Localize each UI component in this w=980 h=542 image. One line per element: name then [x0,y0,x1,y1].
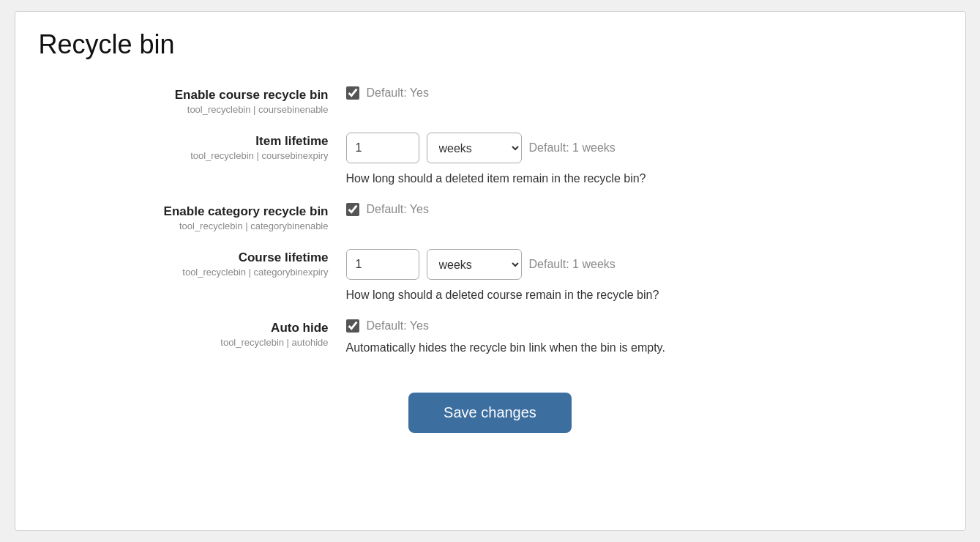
default-text-enable-course: Default: Yes [367,86,429,100]
checkbox-enable-category[interactable] [346,203,359,216]
checkbox-wrapper-enable-course [346,86,359,100]
description-item-lifetime: How long should a deleted item remain in… [346,172,942,185]
label-col-item-lifetime: Item lifetime tool_recyclebin | coursebi… [39,133,346,161]
control-col-item-lifetime: weeks days months Default: 1 weeks How l… [346,133,942,185]
settings-card: Recycle bin Enable course recycle bin to… [15,11,966,531]
control-col-course-lifetime: weeks days months Default: 1 weeks How l… [346,249,942,302]
label-enable-category: Enable category recycle bin [39,204,329,219]
settings-list: Enable course recycle bin tool_recyclebi… [39,78,942,363]
control-row-auto-hide: Default: Yes [346,319,942,333]
select-course-lifetime[interactable]: weeks days months [427,249,522,280]
control-row-enable-course: Default: Yes [346,86,942,100]
label-col-course-lifetime: Course lifetime tool_recyclebin | catego… [39,249,346,278]
default-text-course-lifetime: Default: 1 weeks [529,258,616,271]
select-item-lifetime[interactable]: weeks days months [427,133,522,163]
control-col-enable-category: Default: Yes [346,203,942,216]
default-text-item-lifetime: Default: 1 weeks [529,141,616,155]
label-enable-course: Enable course recycle bin [39,88,329,103]
label-item-lifetime: Item lifetime [39,134,329,149]
label-col-auto-hide: Auto hide tool_recyclebin | autohide [39,319,346,348]
key-item-lifetime: tool_recyclebin | coursebinexpiry [39,150,329,161]
control-row-item-lifetime: weeks days months Default: 1 weeks [346,133,942,163]
number-input-course-lifetime[interactable] [346,249,419,280]
setting-row-item-lifetime: Item lifetime tool_recyclebin | coursebi… [39,124,942,194]
control-row-enable-category: Default: Yes [346,203,942,216]
key-auto-hide: tool_recyclebin | autohide [39,337,329,348]
checkbox-auto-hide[interactable] [346,319,359,333]
description-auto-hide: Automatically hides the recycle bin link… [346,341,942,354]
label-course-lifetime: Course lifetime [39,250,329,265]
control-row-course-lifetime: weeks days months Default: 1 weeks [346,249,942,280]
key-enable-course: tool_recyclebin | coursebinenable [39,104,329,115]
key-course-lifetime: tool_recyclebin | categorybinexpiry [39,267,329,278]
setting-row-enable-course: Enable course recycle bin tool_recyclebi… [39,78,942,124]
save-button-wrapper: Save changes [39,381,942,433]
label-col-enable-course: Enable course recycle bin tool_recyclebi… [39,86,346,115]
key-enable-category: tool_recyclebin | categorybinenable [39,220,329,231]
label-auto-hide: Auto hide [39,321,329,335]
setting-row-enable-category: Enable category recycle bin tool_recycle… [39,194,942,240]
default-text-enable-category: Default: Yes [367,203,429,216]
default-text-auto-hide: Default: Yes [367,319,429,333]
checkbox-wrapper-auto-hide [346,319,359,333]
setting-row-auto-hide: Auto hide tool_recyclebin | autohide Def… [39,311,942,363]
checkbox-enable-course[interactable] [346,86,359,100]
number-input-item-lifetime[interactable] [346,133,419,163]
checkbox-wrapper-enable-category [346,203,359,216]
label-col-enable-category: Enable category recycle bin tool_recycle… [39,203,346,231]
page-container: Recycle bin Enable course recycle bin to… [0,0,980,542]
setting-row-course-lifetime: Course lifetime tool_recyclebin | catego… [39,240,942,311]
save-button[interactable]: Save changes [408,393,572,433]
control-col-enable-course: Default: Yes [346,86,942,100]
page-title: Recycle bin [39,29,942,60]
description-course-lifetime: How long should a deleted course remain … [346,289,942,302]
control-col-auto-hide: Default: Yes Automatically hides the rec… [346,319,942,354]
